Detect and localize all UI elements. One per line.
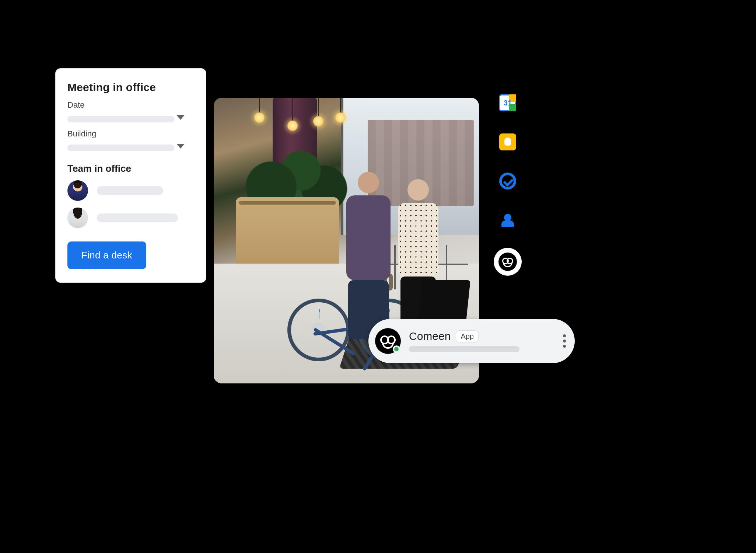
photo-person bbox=[346, 172, 391, 339]
chat-app-name: Comeen bbox=[409, 330, 451, 342]
more-options-icon[interactable] bbox=[563, 340, 566, 342]
google-keep-icon[interactable] bbox=[499, 133, 516, 150]
pendant-light-icon bbox=[287, 121, 298, 131]
chevron-down-icon bbox=[176, 115, 185, 120]
avatar bbox=[67, 208, 88, 228]
team-member-name-placeholder bbox=[97, 213, 178, 222]
google-tasks-icon[interactable] bbox=[499, 173, 516, 189]
building-select[interactable] bbox=[67, 143, 194, 153]
date-select[interactable] bbox=[67, 114, 194, 124]
date-value-placeholder bbox=[67, 116, 174, 122]
card-title: Meeting in office bbox=[67, 81, 194, 94]
pendant-light-icon bbox=[254, 112, 265, 123]
chat-app-pill[interactable]: Comeen App bbox=[368, 319, 575, 363]
pendant-light-icon bbox=[335, 112, 346, 123]
chevron-down-icon bbox=[176, 144, 185, 149]
side-panel: 31 bbox=[494, 94, 522, 276]
pendant-light-icon bbox=[313, 116, 323, 126]
comeen-addon-icon[interactable] bbox=[494, 248, 522, 276]
comeen-logo-icon bbox=[498, 253, 517, 271]
team-member-row bbox=[67, 208, 194, 228]
team-member-name-placeholder bbox=[97, 186, 163, 195]
date-label: Date bbox=[67, 100, 194, 110]
avatar bbox=[67, 180, 88, 201]
building-label: Building bbox=[67, 129, 194, 139]
meeting-in-office-card: Meeting in office Date Building Team in … bbox=[55, 68, 206, 283]
calendar-day: 31 bbox=[500, 95, 515, 110]
team-member-row bbox=[67, 180, 194, 201]
building-value-placeholder bbox=[67, 145, 174, 151]
google-contacts-icon[interactable] bbox=[499, 212, 516, 229]
find-a-desk-button[interactable]: Find a desk bbox=[67, 241, 146, 269]
presence-online-icon bbox=[393, 345, 400, 353]
google-calendar-icon[interactable]: 31 bbox=[499, 94, 516, 111]
chat-message-placeholder bbox=[409, 346, 519, 352]
team-section-title: Team in office bbox=[67, 163, 194, 174]
app-badge: App bbox=[456, 330, 479, 342]
chat-app-meta: Comeen App bbox=[409, 330, 558, 352]
